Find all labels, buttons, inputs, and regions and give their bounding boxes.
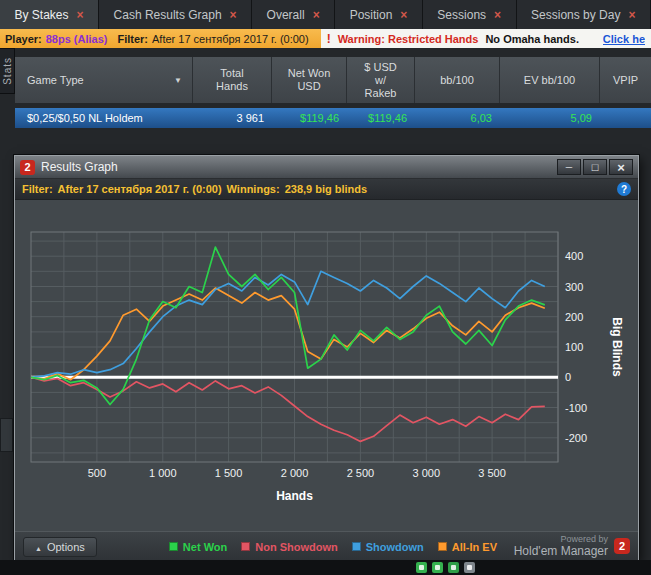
popup-title-bar[interactable]: 2 Results Graph [15, 156, 638, 179]
svg-text:2 500: 2 500 [347, 467, 375, 479]
tab-close-icon[interactable] [77, 8, 84, 22]
row-cell-4: 6,03 [415, 112, 500, 124]
tab-overall[interactable]: Overall [252, 0, 335, 29]
series-non-showdown [31, 377, 545, 441]
x-axis-title: Hands [276, 489, 313, 503]
column-header-vpip[interactable]: VPIP [600, 57, 651, 103]
svg-text:-200: -200 [565, 432, 587, 444]
popup-filter-bar: Filter: After 17 сентября 2017 г. (0:00)… [15, 179, 638, 200]
tab-label: Sessions [437, 8, 486, 22]
warning-icon: ! [327, 32, 331, 46]
chart-area: 4003002001000-100-2005001 0001 5002 0002… [15, 200, 638, 531]
warning-bar: ! Warning: Restricted Hands No Omaha han… [321, 29, 651, 48]
legend-item-showdown: Showdown [352, 541, 424, 553]
popup-filter-label: Filter: [22, 183, 53, 195]
popup-title: Results Graph [41, 160, 118, 174]
legend-swatch [438, 542, 447, 551]
tab-close-icon[interactable] [400, 8, 407, 22]
series-showdown [31, 271, 545, 377]
series-net-won [31, 247, 545, 404]
x-axis-labels: 5001 0001 5002 0002 5003 0003 500 [88, 467, 506, 479]
column-header-bb-100[interactable]: bb/100 [415, 57, 500, 103]
y-axis-title: Big Blinds [610, 317, 624, 377]
svg-text:3 000: 3 000 [413, 467, 441, 479]
legend-label: Showdown [366, 541, 424, 553]
column-header-label: Game Type [27, 74, 84, 87]
legend-swatch [241, 542, 250, 551]
tab-position[interactable]: Position [335, 0, 423, 29]
tab-sessions-by-day[interactable]: Sessions by Day [517, 0, 651, 29]
powered-by: Powered by Hold'em Manager 2 [514, 535, 630, 558]
row-cell-0: $0,25/$0,50 NL Holdem [15, 112, 193, 124]
legend-swatch [169, 542, 178, 551]
chart-grid [31, 232, 558, 462]
taskbar-app-icon[interactable] [464, 562, 475, 573]
hm-logo-icon: 2 [20, 160, 35, 175]
column-header-net-won-usd[interactable]: Net Won USD [272, 57, 347, 103]
svg-text:-100: -100 [565, 402, 587, 414]
tab-close-icon[interactable] [313, 8, 320, 22]
legend-label: All-In EV [452, 541, 497, 553]
column-header-ev-bb-100[interactable]: EV bb/100 [500, 57, 600, 103]
tab-label: Position [350, 8, 393, 22]
tab-label: Overall [267, 8, 305, 22]
tab-close-icon[interactable] [230, 8, 237, 22]
row-cell-1: 3 961 [193, 112, 272, 124]
taskbar-app-icon[interactable] [432, 562, 443, 573]
svg-text:2 000: 2 000 [281, 467, 309, 479]
tab-by-stakes[interactable]: By Stakes [0, 0, 99, 29]
table-row[interactable]: $0,25/$0,50 NL Holdem3 961$119,46$119,46… [15, 108, 651, 128]
taskbar-app-icon[interactable] [448, 562, 459, 573]
legend-item-net-won: Net Won [169, 541, 227, 553]
results-chart: 4003002001000-100-2005001 0001 5002 0002… [15, 200, 638, 531]
svg-text:1 000: 1 000 [149, 467, 177, 479]
stats-side-tab[interactable]: Stats [0, 48, 15, 94]
maximize-button[interactable] [583, 159, 607, 175]
row-cell-5: 5,09 [500, 112, 600, 124]
svg-text:400: 400 [565, 250, 583, 262]
tab-close-icon[interactable] [628, 8, 635, 22]
minimize-button[interactable] [557, 159, 581, 175]
player-label: Player: [5, 33, 42, 45]
column-header-label: Total Hands [216, 67, 248, 93]
column-header-label: EV bb/100 [524, 74, 575, 87]
tab-cash-results-graph[interactable]: Cash Results Graph [99, 0, 252, 29]
column-header-total-hands[interactable]: Total Hands [193, 57, 272, 103]
tab-label: Sessions by Day [531, 8, 620, 22]
column-header-label: VPIP [613, 74, 638, 87]
app-window: By StakesCash Results GraphOverallPositi… [0, 0, 651, 575]
warning-text: Warning: Restricted Hands [338, 33, 479, 45]
column-header-game-type[interactable]: Game Type▼ [15, 57, 193, 103]
column-header-label: Net Won USD [288, 67, 331, 93]
legend-label: Net Won [183, 541, 227, 553]
svg-text:3 500: 3 500 [478, 467, 506, 479]
help-icon[interactable]: ? [617, 182, 631, 196]
popup-filter-value: After 17 сентября 2017 г. (0:00) [58, 183, 222, 195]
stats-side-tab-label: Stats [2, 57, 13, 85]
player-value[interactable]: 88ps (Alias) [46, 33, 108, 45]
svg-text:0: 0 [565, 371, 571, 383]
winnings-value: 238,9 big blinds [285, 183, 368, 195]
results-graph-window: 2 Results Graph Filter: After 17 сентябр… [14, 155, 639, 560]
tab-label: Cash Results Graph [114, 8, 222, 22]
column-header-usd-w-rakeb[interactable]: $ USD w/ Rakeb [347, 57, 415, 103]
svg-text:1 500: 1 500 [215, 467, 243, 479]
side-panel-handle[interactable] [0, 418, 13, 452]
taskbar-app-icon[interactable] [416, 562, 427, 573]
options-label: Options [47, 541, 85, 553]
dropdown-arrow-icon[interactable]: ▼ [174, 74, 182, 87]
tab-close-icon[interactable] [494, 8, 501, 22]
y-axis-labels: 4003002001000-100-200 [565, 250, 587, 444]
filter-value[interactable]: After 17 сентября 2017 г. (0:00) [152, 33, 309, 45]
legend-item-all-in-ev: All-In EV [438, 541, 497, 553]
popup-bottom-bar: Options Net WonNon ShowdownShowdownAll-I… [15, 531, 638, 561]
hm-logo-icon: 2 [614, 538, 630, 554]
table-header: Game Type▼Total HandsNet Won USD$ USD w/… [15, 57, 651, 103]
close-button[interactable] [609, 159, 633, 175]
row-cell-2: $119,46 [272, 112, 347, 124]
svg-text:100: 100 [565, 341, 583, 353]
tab-sessions[interactable]: Sessions [423, 0, 517, 29]
options-button[interactable]: Options [23, 537, 97, 557]
filter-label: Filter: [117, 33, 148, 45]
warning-link[interactable]: Click he [603, 33, 645, 45]
